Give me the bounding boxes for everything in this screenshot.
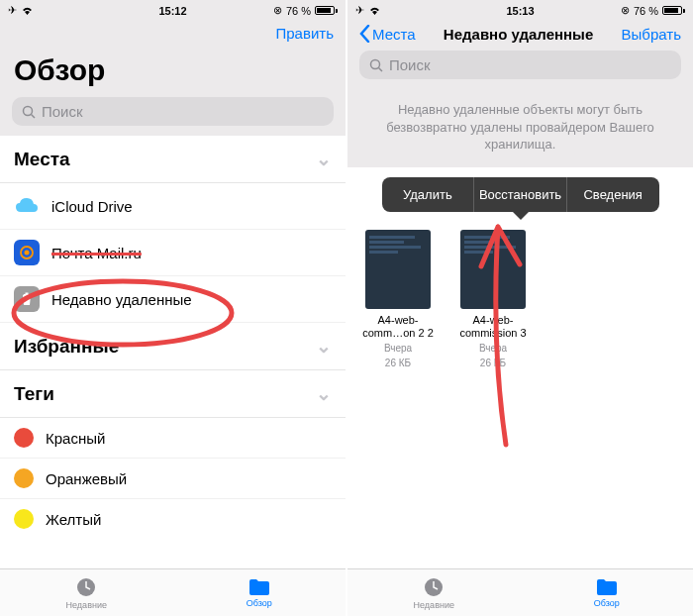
tag-item-yellow[interactable]: Желтый — [0, 499, 346, 539]
battery-icon — [315, 6, 338, 15]
file-name: A4-web-comm…on 2 2 — [361, 314, 435, 340]
section-title: Теги — [14, 383, 54, 405]
page-title: Недавно удаленные — [444, 26, 593, 43]
rotation-lock-icon: ⊗ — [621, 4, 630, 17]
place-item-icloud[interactable]: iCloud Drive — [0, 183, 346, 230]
folder-icon — [596, 578, 618, 596]
tab-label: Обзор — [594, 598, 620, 608]
tab-browse[interactable]: Обзор — [173, 569, 346, 616]
tab-recent[interactable]: Недавние — [347, 569, 521, 616]
file-size: 26 КБ — [385, 357, 411, 369]
file-item[interactable]: A4-web-comm…on 2 2 Вчера 26 КБ — [361, 230, 435, 369]
place-item-mailru[interactable]: Почта Mail.ru — [0, 230, 346, 276]
page-title: Обзор — [0, 46, 346, 93]
tag-item-red[interactable]: Красный — [0, 418, 346, 459]
svg-point-6 — [371, 59, 380, 68]
tag-dot-icon — [14, 468, 34, 488]
tab-label: Недавние — [66, 600, 107, 610]
select-button[interactable]: Выбрать — [622, 26, 681, 43]
tab-recent[interactable]: Недавние — [0, 569, 173, 616]
back-button[interactable]: Места — [359, 25, 416, 43]
list-item-label: Красный — [46, 430, 105, 447]
mailru-icon — [14, 240, 40, 265]
list-item-label: Желтый — [46, 511, 101, 528]
back-label: Места — [372, 26, 416, 43]
wifi-icon — [21, 5, 34, 17]
battery-percent: 76 % — [286, 5, 311, 17]
tab-bar: Недавние Обзор — [347, 568, 693, 616]
search-icon — [22, 105, 36, 119]
file-thumbnail — [365, 230, 431, 309]
chevron-left-icon — [359, 25, 370, 43]
list-item-label: Оранжевый — [46, 470, 127, 487]
battery-percent: 76 % — [634, 5, 658, 17]
chevron-down-icon: ⌄ — [316, 148, 332, 170]
tag-dot-icon — [14, 509, 34, 529]
search-placeholder: Поиск — [389, 56, 431, 73]
search-placeholder: Поиск — [42, 103, 83, 120]
browse-content: Места ⌄ iCloud Drive Почта Mail.ru Недав… — [0, 136, 346, 568]
file-thumbnail — [460, 230, 526, 309]
section-tags[interactable]: Теги ⌄ — [0, 370, 346, 418]
status-time: 15:13 — [506, 5, 534, 17]
tab-label: Обзор — [247, 598, 272, 608]
svg-line-7 — [379, 67, 383, 71]
tab-label: Недавние — [414, 600, 454, 610]
airplane-icon: ✈ — [8, 4, 17, 17]
left-screenshot: ✈ 15:12 ⊗ 76 % Править Обзор Поиск Места… — [0, 0, 346, 616]
clock-icon — [423, 576, 445, 598]
context-popover: Удалить Восстановить Сведения — [382, 177, 659, 212]
battery-icon — [662, 6, 685, 15]
nav-bar: Править — [0, 19, 346, 46]
file-date: Вчера — [479, 342, 507, 355]
airplane-icon: ✈ — [355, 4, 364, 17]
deleted-notice: Недавно удаленные объекты могут быть без… — [347, 89, 693, 167]
section-title: Избранные — [14, 336, 119, 358]
trash-icon — [14, 286, 40, 312]
search-icon — [369, 58, 383, 72]
list-item-label: iCloud Drive — [51, 198, 133, 215]
svg-point-0 — [24, 106, 33, 115]
file-size: 26 КБ — [480, 357, 506, 369]
search-input[interactable]: Поиск — [359, 51, 681, 79]
file-name: A4-web-commission 3 — [456, 314, 530, 340]
rotation-lock-icon: ⊗ — [273, 4, 282, 17]
section-places[interactable]: Места ⌄ — [0, 136, 346, 183]
popover-details[interactable]: Сведения — [567, 177, 659, 212]
right-screenshot: ✈ 15:13 ⊗ 76 % Места Недавно удаленные В… — [347, 0, 693, 616]
section-favorites[interactable]: Избранные ⌄ — [0, 323, 346, 370]
svg-line-1 — [32, 114, 36, 118]
status-time: 15:12 — [158, 5, 186, 17]
clock-icon — [75, 576, 97, 598]
folder-icon — [248, 578, 270, 596]
place-item-recently-deleted[interactable]: Недавно удаленные — [0, 276, 346, 323]
deleted-content: Удалить Восстановить Сведения A4-web-com… — [347, 167, 693, 568]
search-input[interactable]: Поиск — [12, 97, 334, 126]
edit-button[interactable]: Править — [276, 25, 335, 42]
cloud-icon — [14, 193, 40, 219]
popover-restore[interactable]: Восстановить — [474, 177, 567, 212]
chevron-down-icon: ⌄ — [316, 382, 332, 405]
file-item[interactable]: A4-web-commission 3 Вчера 26 КБ — [456, 230, 530, 369]
files-grid: A4-web-comm…on 2 2 Вчера 26 КБ A4-web-co… — [347, 212, 693, 387]
tab-bar: Недавние Обзор — [0, 568, 346, 616]
nav-bar: Места Недавно удаленные Выбрать — [347, 19, 693, 47]
svg-point-3 — [25, 251, 30, 256]
tag-item-orange[interactable]: Оранжевый — [0, 459, 346, 499]
status-bar: ✈ 15:12 ⊗ 76 % — [0, 0, 346, 19]
list-item-label: Почта Mail.ru — [51, 245, 142, 261]
file-date: Вчера — [384, 342, 412, 355]
popover-delete[interactable]: Удалить — [382, 177, 475, 212]
chevron-down-icon: ⌄ — [316, 335, 332, 358]
list-item-label: Недавно удаленные — [51, 291, 192, 308]
tab-browse[interactable]: Обзор — [521, 569, 694, 616]
tag-dot-icon — [14, 428, 34, 448]
section-title: Места — [14, 149, 70, 170]
wifi-icon — [368, 5, 381, 17]
status-bar: ✈ 15:13 ⊗ 76 % — [347, 0, 693, 19]
